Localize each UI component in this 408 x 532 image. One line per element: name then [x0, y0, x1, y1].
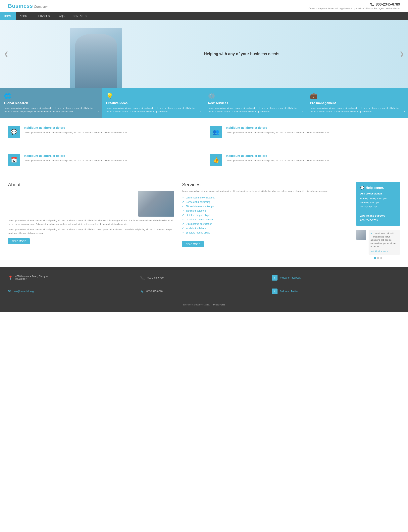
support-phone: 800-2345-6789	[360, 219, 396, 222]
footer-facebook: f Follow on facebook	[272, 273, 400, 283]
hero-prev-button[interactable]: ❮	[4, 51, 8, 57]
service-title-2: Incididunt ut labore et dolore	[24, 154, 128, 157]
dot-3[interactable]	[380, 257, 382, 259]
hero-image-area	[0, 20, 192, 88]
dot-1[interactable]	[374, 257, 376, 259]
footer-grid: 📍 4578 Marmora Road, GlasgowD04 89GR 📞 8…	[8, 273, 400, 296]
service-icon-box-1: 👥	[210, 126, 222, 138]
feature-arrow-3[interactable]: ›	[404, 110, 405, 113]
footer-email: ✉ info@demolink.org	[8, 286, 136, 296]
services-checklist: Lorem ipsum dolor sit ametConse cletur a…	[182, 196, 348, 235]
features-bar: 🌐 Global research Lorem ipsum dolor sit …	[0, 88, 408, 118]
service-text-2: Lorem ipsum dolor sit amet conse cletur …	[24, 159, 128, 163]
service-row-1: 👥 Incididunt ut labore et dolore Lorem i…	[210, 126, 400, 138]
quote-icon: "	[371, 232, 372, 237]
service-row-3: 👍 Incididunt ut labore et dolore Lorem i…	[210, 154, 400, 166]
testimonial-dots	[356, 257, 400, 259]
footer-email-link[interactable]: info@demolink.org	[14, 290, 34, 293]
logo: Business Company	[8, 3, 48, 9]
checklist-item-1: Conse cletur adipiscing	[182, 200, 348, 204]
checklist-item-0: Lorem ipsum dolor sit amet	[182, 196, 348, 200]
help-center-section: 💬 Help center. Ask professionals: Monday…	[356, 182, 400, 259]
hero-heading: Helping with any of your business needs!	[204, 51, 396, 56]
feature-title-2: New services	[208, 101, 302, 105]
site-footer: 📍 4578 Marmora Road, GlasgowD04 89GR 📞 8…	[0, 267, 408, 312]
facebook-link[interactable]: Follow on facebook	[280, 276, 300, 279]
help-hour-item: Monday - Friday: 8am-7pm	[360, 197, 396, 201]
footer-fax-number: 800-2345-6790	[146, 290, 162, 293]
service-content-0: Incididunt ut labore et dolore Lorem ips…	[24, 126, 128, 135]
feature-title-3: Pro management	[310, 101, 404, 105]
service-icon-1: 👥	[213, 129, 219, 135]
nav-services[interactable]: SERVICES	[33, 12, 54, 20]
checklist-text-7: Incididunt ut labore	[186, 227, 206, 230]
nav-contacts[interactable]: CONTACTS	[68, 12, 91, 20]
help-center-heading: 💬 Help center.	[360, 186, 396, 190]
feature-text-0: Lorem ipsum dolor sit amet conse cletur …	[4, 107, 98, 113]
header-subtitle: One of our representatives will happily …	[309, 7, 400, 9]
feature-text-3: Lorem ipsum dolor sit amet conse cletur …	[310, 107, 404, 113]
service-row-0: 💬 Incididunt ut labore et dolore Lorem i…	[8, 126, 198, 138]
service-text-0: Lorem ipsum dolor sit amet conse cletur …	[24, 131, 128, 135]
feature-arrow-2[interactable]: ›	[302, 110, 303, 113]
feature-arrow-0[interactable]: ›	[98, 110, 99, 113]
hero-next-button[interactable]: ❯	[400, 51, 404, 57]
service-title-3: Incididunt ut labore et dolore	[226, 154, 330, 157]
professionals-heading: Ask professionals:	[360, 192, 396, 195]
service-content-3: Incididunt ut labore et dolore Lorem ips…	[226, 154, 330, 163]
dot-2[interactable]	[377, 257, 379, 259]
footer-twitter: t Follow on Twitter	[272, 286, 400, 296]
testimonial-avatar	[356, 230, 366, 240]
service-content-1: Incididunt ut labore et dolore Lorem ips…	[226, 126, 330, 135]
privacy-link[interactable]: Privacy Policy	[212, 303, 225, 306]
service-title-1: Incididunt ut labore et dolore	[226, 126, 330, 129]
testimonial-content: " Lorem ipsum dolor sit amet conse cletu…	[369, 230, 400, 255]
hero-section: ❮ Helping with any of your business need…	[0, 20, 408, 88]
checklist-text-3: Incididunt ut labore	[186, 209, 206, 212]
main-nav: HOME ABOUT SERVICES FAQS CONTACTS	[0, 12, 408, 20]
testimonial-link[interactable]: Incididunt ut labor	[371, 249, 398, 253]
about-read-more[interactable]: READ MORE	[8, 238, 30, 244]
phone-icon: 📞	[370, 3, 374, 6]
testimonial-item: " Lorem ipsum dolor sit amet conse cletu…	[356, 230, 400, 255]
feature-item-2: ⚙️ New services Lorem ipsum dolor sit am…	[204, 88, 306, 118]
twitter-link[interactable]: Follow on Twitter	[280, 290, 298, 293]
feature-icon-0: 🌐	[4, 93, 98, 99]
testimonial-text: Lorem ipsum dolor sit amet conse cletur …	[371, 232, 396, 248]
service-text-1: Lorem ipsum dolor sit amet conse cletur …	[226, 131, 330, 135]
service-icon-box-3: 👍	[210, 154, 222, 166]
feature-icon-1: 💡	[106, 93, 200, 99]
checklist-item-2: Elit sed do eiusmod tempor	[182, 204, 348, 209]
nav-faqs[interactable]: FAQS	[54, 12, 68, 20]
services-list-section: Services Lorem ipsum dolor sit amet cons…	[182, 182, 348, 259]
feature-item-3: 💼 Pro management Lorem ipsum dolor sit a…	[306, 88, 408, 118]
footer-address: 📍 4578 Marmora Road, GlasgowD04 89GR	[8, 273, 136, 283]
fax-icon: 🖨	[140, 289, 144, 294]
checklist-item-6: Quis nostrud exercitation	[182, 222, 348, 226]
services-read-more[interactable]: READ MORE	[182, 241, 204, 247]
service-icon-3: 👍	[213, 157, 219, 163]
feature-text-2: Lorem ipsum dolor sit amet conse cletur …	[208, 107, 302, 113]
footer-phone-number: 800-2345-6789	[147, 276, 163, 279]
footer-phone-icon: 📞	[140, 275, 145, 280]
feature-text-1: Lorem ipsum dolor sit amet conse cletur …	[106, 107, 200, 113]
hero-person-image	[70, 28, 122, 88]
twitter-icon: t	[272, 289, 278, 294]
checklist-text-4: Et dolore magna aliqua	[186, 214, 210, 217]
help-support: 24/7 Online Support: 800-2345-6789	[360, 214, 396, 222]
nav-about[interactable]: ABOUT	[16, 12, 33, 20]
footer-bottom: Business Company © 2015. Privacy Policy	[8, 300, 400, 306]
nav-home[interactable]: HOME	[0, 12, 16, 20]
checklist-text-5: Ut enim ad minem veniam	[186, 218, 213, 221]
feature-title-1: Creative ideas	[106, 101, 200, 105]
support-heading: 24/7 Online Support:	[360, 214, 396, 217]
header-phone: 800-2345-6789	[376, 2, 400, 7]
feature-arrow-1[interactable]: ›	[200, 110, 201, 113]
feature-icon-3: 💼	[310, 93, 404, 99]
facebook-icon: f	[272, 275, 278, 281]
checklist-item-3: Incididunt ut labore	[182, 209, 348, 213]
checklist-text-6: Quis nostrud exercitation	[186, 223, 212, 225]
logo-business: Business	[8, 3, 33, 9]
service-icon-box-2: 📅	[8, 154, 20, 166]
feature-title-0: Global research	[4, 101, 98, 105]
